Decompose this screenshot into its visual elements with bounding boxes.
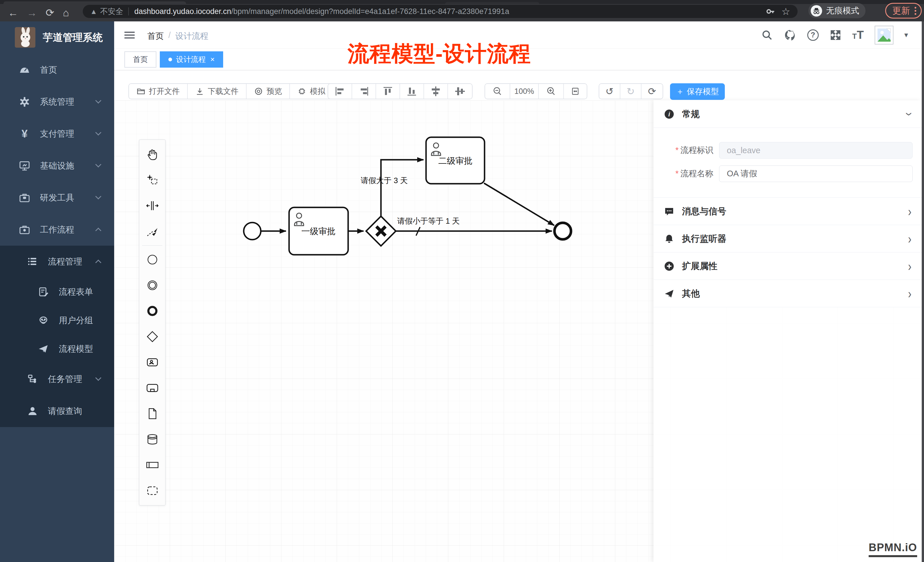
redo-button[interactable]: ↻ bbox=[620, 84, 642, 99]
sidebar-item-process-form[interactable]: 流程表单 bbox=[0, 277, 114, 306]
palette-data-store[interactable] bbox=[139, 427, 165, 452]
save-model-button[interactable]: ＋ 保存模型 bbox=[670, 83, 725, 100]
palette-start-event[interactable] bbox=[139, 247, 165, 273]
palette-end-event[interactable] bbox=[139, 298, 165, 324]
process-key-input[interactable] bbox=[719, 142, 913, 159]
workflow-submenu: 流程管理 流程表单 用户分组 流程模型 bbox=[0, 246, 114, 427]
search-icon[interactable] bbox=[761, 29, 773, 41]
process-name-input[interactable] bbox=[719, 165, 913, 182]
url-bar[interactable]: ▲ 不安全 dashboard.yudao.iocoder.cn/bpm/man… bbox=[83, 5, 798, 18]
chevron-right-icon: › bbox=[908, 204, 912, 219]
sidebar-item-devtools[interactable]: 研发工具 bbox=[0, 182, 114, 214]
close-tab-icon[interactable]: × bbox=[210, 55, 214, 64]
end-event[interactable] bbox=[555, 223, 571, 239]
warning-icon: ▲ bbox=[90, 7, 97, 16]
palette-lasso-tool[interactable] bbox=[139, 167, 165, 193]
palette-gateway[interactable] bbox=[139, 324, 165, 349]
undo-button[interactable]: ↺ bbox=[599, 84, 620, 99]
palette-participant-pool[interactable] bbox=[139, 452, 165, 478]
section-extended-attributes[interactable]: 扩展属性 › bbox=[654, 252, 922, 280]
monitor-icon bbox=[18, 160, 31, 171]
palette-separator bbox=[142, 245, 162, 246]
app-logo-row[interactable]: 芋道管理系统 bbox=[0, 21, 114, 53]
home-icon[interactable]: ⌂ bbox=[63, 7, 69, 19]
tab-home[interactable]: 首页 bbox=[124, 51, 156, 67]
reload-icon[interactable]: ⟳ bbox=[46, 7, 54, 19]
tab-design-process[interactable]: 设计流程 × bbox=[160, 51, 223, 67]
align-bottom-button[interactable] bbox=[400, 84, 424, 99]
align-left-button[interactable] bbox=[328, 84, 352, 99]
align-right-button[interactable] bbox=[352, 84, 376, 99]
browser-update-button[interactable]: 更新 bbox=[885, 3, 922, 18]
palette-group[interactable] bbox=[139, 478, 165, 504]
align-middle-button[interactable] bbox=[448, 84, 472, 99]
toolbox-icon bbox=[18, 192, 31, 204]
browser-menu-icon[interactable] bbox=[915, 7, 916, 15]
list-tree-icon bbox=[26, 256, 39, 267]
zoom-in-button[interactable] bbox=[539, 84, 564, 99]
breadcrumb-home[interactable]: 首页 bbox=[147, 30, 164, 42]
properties-panel: i 常规 › *流程标识 *流程名称 消息与信号 › bbox=[654, 100, 922, 562]
align-center-button[interactable] bbox=[424, 84, 448, 99]
back-icon[interactable]: ← bbox=[8, 7, 18, 19]
sidebar-item-infra[interactable]: 基础设施 bbox=[0, 150, 114, 182]
zoom-out-button[interactable] bbox=[485, 84, 510, 99]
briefcase-icon bbox=[18, 224, 31, 235]
flow-task2-to-end[interactable] bbox=[484, 183, 554, 225]
section-messages-signals[interactable]: 消息与信号 › bbox=[654, 198, 922, 225]
font-size-icon[interactable]: TT bbox=[852, 28, 864, 41]
palette-call-activity[interactable] bbox=[139, 375, 165, 401]
forward-icon[interactable]: → bbox=[27, 7, 37, 19]
restart-button[interactable]: ⟳ bbox=[642, 84, 663, 99]
palette-global-connect-tool[interactable] bbox=[139, 219, 165, 244]
palette-user-task[interactable] bbox=[139, 349, 165, 375]
key-icon[interactable] bbox=[766, 7, 776, 16]
github-icon[interactable] bbox=[784, 29, 796, 41]
section-general[interactable]: i 常规 › bbox=[654, 100, 922, 128]
help-icon[interactable]: ? bbox=[807, 29, 819, 41]
sidebar-collapse-icon[interactable] bbox=[124, 30, 135, 40]
sidebar-item-user-group[interactable]: 用户分组 bbox=[0, 306, 114, 335]
start-event[interactable] bbox=[244, 223, 261, 240]
plus-icon: ＋ bbox=[676, 86, 684, 97]
sidebar-item-home[interactable]: 首页 bbox=[0, 54, 114, 86]
open-file-button[interactable]: 打开文件 bbox=[129, 84, 188, 99]
flow-label-gt3: 请假大于 3 天 bbox=[361, 176, 408, 185]
bpmn-io-watermark[interactable]: BPMN.iO bbox=[868, 541, 917, 557]
chip-icon bbox=[297, 87, 306, 96]
flow-gateway-to-task2[interactable] bbox=[381, 160, 423, 216]
robot-face-icon bbox=[37, 315, 50, 326]
zoom-reset-button[interactable] bbox=[564, 84, 587, 99]
sidebar-item-task-management[interactable]: 任务管理 bbox=[0, 363, 114, 395]
chevron-up-icon bbox=[95, 259, 101, 265]
section-other[interactable]: 其他 › bbox=[654, 280, 922, 307]
url-path: /bpm/manager/model/design?modelId=e4a1a1… bbox=[231, 7, 509, 16]
message-icon bbox=[664, 206, 675, 217]
simulate-button[interactable]: 模拟 bbox=[290, 84, 333, 99]
sidebar-item-workflow[interactable]: 工作流程 bbox=[0, 214, 114, 246]
browser-other-tab[interactable] bbox=[445, 2, 539, 4]
palette-space-tool[interactable] bbox=[139, 193, 165, 219]
active-dot bbox=[168, 58, 172, 61]
palette-intermediate-event[interactable] bbox=[139, 273, 165, 298]
fullscreen-icon[interactable] bbox=[830, 29, 842, 41]
gear-icon bbox=[18, 96, 31, 107]
sidebar-item-process-management[interactable]: 流程管理 bbox=[0, 246, 114, 277]
bookmark-star-icon[interactable]: ☆ bbox=[782, 6, 790, 17]
preview-button[interactable]: 预览 bbox=[246, 84, 290, 99]
flow-label-le1: 请假小于等于 1 天 bbox=[397, 217, 460, 225]
chevron-down-icon bbox=[95, 129, 101, 135]
align-top-button[interactable] bbox=[376, 84, 400, 99]
browser-active-tab[interactable] bbox=[3, 1, 186, 4]
sidebar-item-payment[interactable]: ¥ 支付管理 bbox=[0, 118, 114, 150]
sidebar-item-leave-query[interactable]: 请假查询 bbox=[0, 395, 114, 427]
download-file-button[interactable]: 下载文件 bbox=[188, 84, 246, 99]
avatar-caret-icon[interactable]: ▾ bbox=[904, 30, 908, 39]
chevron-up-icon bbox=[95, 228, 101, 234]
sidebar-item-system[interactable]: 系统管理 bbox=[0, 86, 114, 118]
palette-data-object[interactable] bbox=[139, 401, 165, 427]
sidebar-item-process-model[interactable]: 流程模型 bbox=[0, 335, 114, 363]
avatar[interactable] bbox=[874, 25, 894, 45]
section-execution-listeners[interactable]: 执行监听器 › bbox=[654, 225, 922, 252]
palette-hand-tool[interactable] bbox=[139, 141, 165, 167]
